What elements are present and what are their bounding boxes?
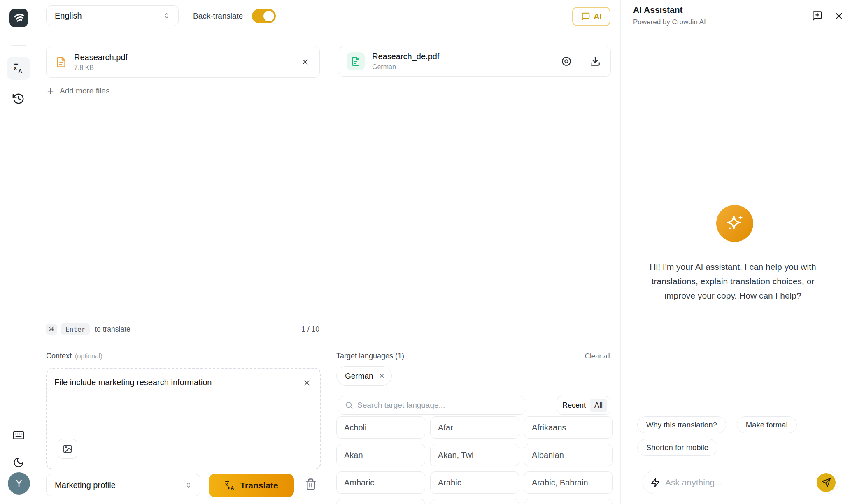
close-icon [303, 379, 311, 387]
column-divider [328, 32, 328, 504]
sidebar-item-translate[interactable]: x A [7, 57, 30, 80]
suggestion-chip[interactable]: Shorten for mobile [637, 439, 717, 456]
language-label: Amharic [344, 478, 374, 488]
back-translate-label: Back-translate [193, 12, 243, 21]
sidebar-item-shortcuts[interactable] [7, 424, 30, 447]
send-button[interactable] [817, 473, 836, 492]
translation-profile-select[interactable]: Marketing profile [46, 474, 200, 496]
language-label: Arabic [438, 478, 461, 488]
result-file-card: Reasearch_de.pdf German [339, 46, 611, 77]
selected-language-label: German [345, 372, 373, 381]
download-file-button[interactable] [590, 56, 601, 67]
language-button[interactable]: Afar [430, 416, 519, 439]
context-input-area[interactable]: File include marketing research informat… [46, 368, 321, 469]
ai-chat-input-box [643, 471, 838, 494]
ai-greeting-message: Hi! I'm your AI assistant. I can help yo… [641, 260, 824, 303]
language-button[interactable]: Acholi [336, 416, 425, 439]
attach-image-button[interactable] [58, 439, 77, 459]
new-chat-icon [812, 10, 823, 21]
sparkle-icon [724, 213, 745, 234]
chevron-updown-icon [163, 12, 171, 20]
svg-text:A: A [18, 68, 22, 74]
translate-shortcut-row: ⌘ Enter to translate 1 / 10 [46, 323, 319, 335]
suggestion-chips-row: Why this translation? Make formal [637, 416, 797, 433]
enter-key-badge: Enter [61, 323, 90, 335]
new-chat-button[interactable] [812, 10, 823, 21]
clear-context-button[interactable] [303, 379, 311, 387]
add-more-files-label: Add more files [60, 86, 109, 95]
translate-nav-icon: x A [12, 62, 25, 74]
crowdin-logo-icon[interactable] [9, 9, 28, 27]
translate-button[interactable]: x A Translate [209, 474, 294, 497]
target-languages-header: Target languages (1) Clear all [336, 352, 610, 360]
command-key-badge: ⌘ [46, 324, 57, 335]
context-optional-label: (optional) [75, 353, 102, 360]
selected-language-chip: German [336, 366, 392, 386]
ai-assistant-button[interactable]: AI [572, 7, 610, 26]
source-file-icon [56, 56, 67, 68]
source-file-size: 7.8 KB [74, 64, 128, 72]
suggestion-chips-row: Shorten for mobile [637, 439, 717, 456]
language-label: Albanian [532, 451, 564, 460]
image-icon [63, 444, 72, 454]
language-button-partial[interactable] [430, 499, 519, 504]
zap-icon[interactable] [650, 478, 660, 488]
clear-all-button[interactable]: Clear all [585, 352, 610, 360]
language-button-partial[interactable] [524, 499, 613, 504]
search-icon [345, 401, 353, 409]
language-button[interactable]: Amharic [336, 471, 425, 494]
remove-file-button[interactable] [301, 58, 310, 66]
result-file-name: Reasearch_de.pdf [372, 52, 439, 61]
source-file-name: Reasearch.pdf [74, 53, 128, 62]
language-button[interactable]: Akan [336, 444, 425, 466]
translation-profile-value: Marketing profile [55, 481, 116, 490]
avatar[interactable]: Y [8, 472, 30, 495]
source-language-select[interactable]: English [46, 5, 179, 26]
target-languages-title: Target languages (1) [336, 352, 404, 360]
language-button[interactable]: Afrikaans [524, 416, 613, 439]
language-button[interactable]: Arabic [430, 471, 519, 494]
language-label: Acholi [344, 423, 366, 432]
usage-counter: 1 / 10 [301, 325, 319, 334]
chevron-updown-icon [184, 481, 193, 489]
source-language-value: English [55, 11, 82, 21]
language-button[interactable]: Albanian [524, 444, 613, 466]
suggestion-chip[interactable]: Make formal [737, 416, 797, 433]
moon-icon [13, 457, 24, 468]
add-more-files-button[interactable]: Add more files [46, 86, 109, 95]
ai-chat-input[interactable] [665, 478, 812, 488]
avatar-initial: Y [16, 478, 22, 489]
language-button[interactable]: Akan, Twi [430, 444, 519, 466]
remove-language-icon[interactable] [379, 373, 385, 379]
language-button[interactable]: Arabic, Bahrain [524, 471, 613, 494]
svg-text:A: A [231, 485, 234, 491]
close-panel-button[interactable] [834, 11, 843, 21]
suggestion-chip[interactable]: Why this translation? [637, 416, 726, 433]
shortcut-hint: to translate [95, 325, 130, 334]
context-value[interactable]: File include marketing research informat… [54, 378, 285, 387]
history-icon [12, 93, 25, 105]
back-translate-toggle[interactable] [252, 9, 276, 23]
translate-icon: x A [224, 480, 235, 491]
language-search-input[interactable] [357, 401, 519, 410]
translate-button-label: Translate [240, 481, 278, 490]
plus-icon [46, 87, 55, 95]
app-window: x A [0, 0, 843, 504]
keyboard-icon [12, 429, 25, 441]
back-translate-control: Back-translate [193, 0, 276, 32]
sidebar-item-theme[interactable] [7, 451, 30, 474]
language-label: Afrikaans [532, 423, 566, 432]
sidebar-divider [11, 45, 26, 46]
ai-button-label: AI [594, 12, 602, 21]
language-button-partial[interactable] [336, 499, 425, 504]
tab-recent[interactable]: Recent [562, 401, 586, 410]
language-filter-tabs: Recent All [557, 396, 610, 415]
sidebar-item-history[interactable] [7, 87, 30, 110]
ai-assistant-panel: AI Assistant Powered by Crowdin AI [620, 0, 843, 504]
language-search-box [339, 396, 525, 415]
tab-all[interactable]: All [590, 399, 607, 412]
delete-button[interactable] [305, 478, 317, 490]
language-label: Arabic, Bahrain [532, 478, 588, 488]
preview-file-button[interactable] [561, 56, 572, 67]
ai-panel-subtitle: Powered by Crowdin AI [633, 18, 706, 26]
